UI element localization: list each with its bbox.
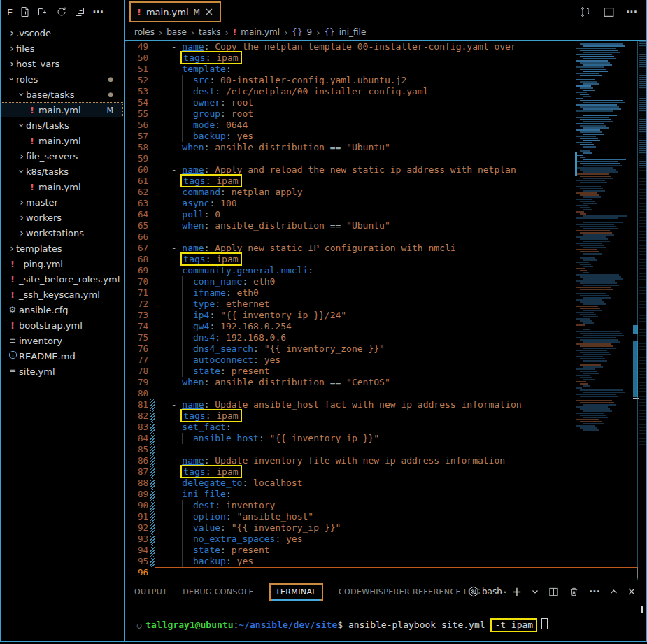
tree-item-dns-tasks[interactable]: ›dns/tasks — [1, 117, 123, 133]
tree-item-readme-md[interactable]: README.md — [1, 348, 123, 364]
code-line-94[interactable]: 94 state: present — [125, 545, 638, 556]
tree-item--ssh-keyscan-yml[interactable]: !_ssh_keyscan.yml — [1, 287, 123, 302]
terminal-output[interactable]: ○tallgray1@ubuntu:~/ansible/dev/site$ an… — [126, 606, 637, 632]
code-line-90[interactable]: 90 dest: inventory — [125, 500, 638, 511]
tree-item-host-vars[interactable]: ›host_vars — [1, 56, 123, 71]
code-line-64[interactable]: 64 poll: 0 — [125, 209, 638, 220]
chevron-right-icon: › — [159, 27, 162, 38]
breadcrumb-tasks[interactable]: tasks — [199, 27, 221, 37]
code-line-70[interactable]: 70 conn_name: eth0 — [125, 276, 638, 287]
code-line-74[interactable]: 74 gw4: 192.168.0.254 — [125, 321, 638, 332]
tab-output[interactable]: OUTPUT — [134, 587, 167, 596]
terminal-scrollbar[interactable] — [641, 606, 643, 613]
code-line-73[interactable]: 73 ip4: "{{ inventory_ip }}/24" — [125, 310, 638, 321]
code-line-75[interactable]: 75 dns4: 192.168.0.6 — [125, 332, 638, 343]
tree-item-inventory[interactable]: ≡inventory — [1, 333, 123, 348]
code-line-50[interactable]: 50 tags: ipam — [125, 52, 638, 64]
panel-more-actions-icon[interactable]: ··· — [589, 586, 600, 597]
tree-item-site-yml[interactable]: ≡site.yml — [1, 364, 123, 379]
code-line-95[interactable]: 95 backup: yes — [125, 556, 638, 567]
tree-item-base-tasks[interactable]: ›base/tasks● — [1, 87, 123, 102]
new-file-icon[interactable] — [20, 6, 31, 17]
collapse-folders-icon[interactable] — [74, 6, 85, 17]
code-line-79[interactable]: 79 when: ansible_distribution == "CentOS… — [125, 377, 638, 388]
terminal-shell-item[interactable]: bash — [468, 586, 502, 597]
code-line-88[interactable]: 88 delegate_to: localhost — [125, 478, 638, 489]
tree-item-main-yml[interactable]: !main.ymlM — [1, 102, 123, 117]
new-terminal-icon[interactable]: + — [512, 587, 522, 596]
tree-item-main-yml[interactable]: !main.yml — [1, 179, 123, 194]
chevron-up-icon[interactable] — [610, 588, 618, 596]
tree-item-file-servers[interactable]: ›file_servers — [1, 148, 123, 164]
code-line-96[interactable]: 96 — [125, 567, 638, 578]
split-editor-icon[interactable] — [603, 6, 615, 18]
kill-terminal-icon[interactable] — [569, 587, 579, 597]
explorer-more-actions-icon[interactable]: ··· — [92, 6, 104, 17]
code-line-82[interactable]: 82 tags: ipam — [125, 410, 638, 422]
code-line-84[interactable]: 84 ansible_host: "{{ inventory_ip }}" — [125, 433, 638, 444]
code-line-59[interactable]: 59 — [125, 153, 638, 164]
code-line-63[interactable]: 63 async: 100 — [125, 198, 638, 209]
tree-item--site-before-roles-yml[interactable]: !_site_before_roles.yml — [1, 271, 123, 287]
code-line-58[interactable]: 58 when: ansible_distribution == "Ubuntu… — [125, 142, 638, 153]
code-line-57[interactable]: 57 backup: yes — [125, 131, 638, 142]
breadcrumb-symbol-9[interactable]: 9 — [307, 27, 313, 37]
code-line-53[interactable]: 53 dest: /etc/netplan/00-installer-confi… — [125, 86, 638, 97]
code-line-80[interactable]: 80 — [125, 388, 638, 399]
tree-item-roles[interactable]: ›roles● — [1, 71, 123, 87]
tree-item-workers[interactable]: ›workers — [1, 210, 123, 225]
code-line-61[interactable]: 61 tags: ipam — [125, 176, 638, 187]
breadcrumb-file[interactable]: main.yml — [241, 27, 280, 37]
code-line-71[interactable]: 71 ifname: eth0 — [125, 287, 638, 299]
code-line-87[interactable]: 87 tags: ipam — [125, 466, 638, 478]
breadcrumb-symbol-ini-file[interactable]: ini_file — [339, 27, 367, 37]
code-line-78[interactable]: 78 state: present — [125, 366, 638, 377]
tab-codewhisperer-reference-log[interactable]: CODEWHISPERER REFERENCE LOG — [339, 587, 481, 596]
code-line-69[interactable]: 69 community.general.nmcli: — [125, 265, 638, 276]
tab-close-icon[interactable] — [205, 8, 213, 16]
code-line-89[interactable]: 89 ini_file: — [125, 489, 638, 500]
tree-item--ping-yml[interactable]: !_ping.yml — [1, 256, 123, 271]
refresh-explorer-icon[interactable] — [56, 6, 67, 17]
code-line-56[interactable]: 56 mode: 0644 — [125, 120, 638, 131]
code-line-65[interactable]: 65 when: ansible_distribution == "Ubuntu… — [125, 220, 638, 231]
split-terminal-icon[interactable] — [548, 587, 559, 597]
tree-item--vscode[interactable]: ›.vscode — [1, 25, 123, 41]
tree-item-templates[interactable]: ›templates — [1, 241, 123, 256]
code-line-52[interactable]: 52 src: 00-installer-config.yaml.ubuntu.… — [125, 75, 638, 86]
launch-profile-chevron-icon[interactable] — [532, 588, 539, 595]
code-line-77[interactable]: 77 autoconnect: yes — [125, 355, 638, 366]
code-line-83[interactable]: 83 set_fact: — [125, 422, 638, 433]
code-line-93[interactable]: 93 no_extra_spaces: yes — [125, 534, 638, 545]
code-line-55[interactable]: 55 group: root — [125, 108, 638, 120]
code-line-72[interactable]: 72 type: ethernet — [125, 299, 638, 310]
code-line-91[interactable]: 91 option: "ansible_host" — [125, 511, 638, 522]
breadcrumb-base[interactable]: base — [166, 27, 187, 37]
tab-terminal[interactable]: TERMINAL — [269, 583, 323, 601]
minimap[interactable] — [575, 41, 633, 434]
code-line-76[interactable]: 76 dns4_search: "{{ inventory_zone }}" — [125, 343, 638, 355]
code-line-85[interactable]: 85 — [125, 444, 638, 455]
tab-main-yml[interactable]: ! main.yml M — [129, 1, 221, 22]
tree-item-main-yml[interactable]: !main.yml — [1, 133, 123, 148]
tree-item-files[interactable]: ›files — [1, 41, 123, 56]
close-panel-icon[interactable] — [627, 587, 636, 596]
editor-code-area[interactable]: 49 - name: Copy the netplan template 00-… — [125, 41, 638, 578]
open-changes-icon[interactable] — [579, 6, 592, 18]
code-line-62[interactable]: 62 command: netplan apply — [125, 187, 638, 198]
new-folder-icon[interactable] — [38, 6, 49, 17]
code-line-68[interactable]: 68 tags: ipam — [125, 254, 638, 265]
code-line-51[interactable]: 51 template: — [125, 64, 638, 75]
tree-item-workstations[interactable]: ›workstations — [1, 225, 123, 241]
breadcrumb[interactable]: roles› base› tasks› ! main.yml› {} 9› {}… — [125, 24, 647, 40]
breadcrumb-roles[interactable]: roles — [134, 27, 155, 37]
tree-item-k8s-tasks[interactable]: ›k8s/tasks — [1, 164, 123, 179]
tab-debug-console[interactable]: DEBUG CONSOLE — [183, 587, 254, 596]
tree-item-ansible-cfg[interactable]: ⚙ansible.cfg — [1, 302, 123, 317]
editor-more-actions-icon[interactable]: ··· — [626, 6, 637, 17]
code-line-54[interactable]: 54 owner: root — [125, 97, 638, 108]
tree-item-master[interactable]: ›master — [1, 194, 123, 210]
tree-item-bootstrap-yml[interactable]: !bootstrap.yml — [1, 317, 123, 333]
code-line-92[interactable]: 92 value: "{{ inventory_ip }}" — [125, 522, 638, 534]
code-line-66[interactable]: 66 — [125, 231, 638, 243]
